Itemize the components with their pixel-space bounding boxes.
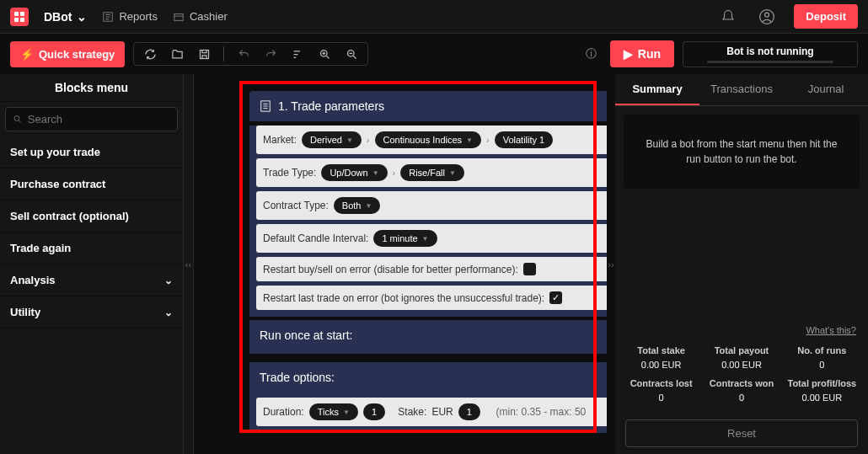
tab-journal[interactable]: Journal: [784, 74, 868, 105]
zoom-in-icon[interactable]: [317, 46, 332, 61]
stat-contracts-won: Contracts won0: [705, 378, 777, 403]
sidebar-item-utility[interactable]: Utility⌄: [0, 296, 183, 328]
trade-parameters-block[interactable]: 1. Trade parameters Market: Derived▼ › C…: [249, 91, 607, 433]
sidebar-item-purchase[interactable]: Purchase contract: [0, 168, 183, 200]
pill-market-2[interactable]: Continuous Indices▼: [375, 131, 481, 148]
pill-stake-val[interactable]: 1: [458, 403, 480, 420]
pill-contract[interactable]: Both▼: [334, 197, 381, 214]
play-icon: ▶: [624, 47, 633, 61]
stat-contracts-lost: Contracts lost0: [625, 378, 697, 403]
svg-rect-0: [14, 12, 19, 16]
sidebar: Blocks menu Set up your trade Purchase c…: [0, 74, 184, 454]
progress-bar: [707, 61, 833, 63]
stats-grid: Total stake0.00 EUR Total payout0.00 EUR…: [615, 335, 868, 413]
stat-profit-loss: Total profit/loss0.00 EUR: [786, 378, 858, 403]
pill-duration-unit[interactable]: Ticks▼: [309, 403, 358, 420]
tab-transactions[interactable]: Transactions: [699, 74, 784, 105]
summary-hint: Build a bot from the start menu then hit…: [624, 115, 860, 189]
row-trade-type: Trade Type: Up/Down▼ › Rise/Fall▼: [256, 158, 607, 187]
pill-tt-2[interactable]: Rise/Fall▼: [400, 164, 464, 181]
checkbox-restart-last[interactable]: ✓: [549, 291, 562, 304]
redo-icon[interactable]: [263, 46, 278, 61]
sort-icon[interactable]: [290, 46, 305, 61]
notifications-icon[interactable]: [716, 5, 740, 29]
chevron-down-icon: ⌄: [164, 307, 173, 318]
save-icon[interactable]: [196, 46, 212, 61]
app-selector[interactable]: DBot ⌄: [44, 10, 87, 24]
section-trade-options: Trade options:: [249, 362, 607, 393]
refresh-icon[interactable]: [142, 46, 158, 61]
nav-reports[interactable]: Reports: [102, 10, 158, 23]
reset-button[interactable]: Reset: [625, 419, 858, 447]
quick-strategy-button[interactable]: ⚡ Quick strategy: [10, 41, 125, 67]
svg-point-7: [765, 13, 769, 17]
account-icon[interactable]: [755, 5, 779, 29]
sidebar-item-setup[interactable]: Set up your trade: [0, 136, 183, 168]
tool-group: [133, 42, 368, 66]
run-button[interactable]: ▶ Run: [610, 40, 674, 67]
section-run-once: Run once at start:: [249, 320, 607, 350]
sidebar-item-analysis[interactable]: Analysis⌄: [0, 264, 183, 296]
chevron-down-icon: ⌄: [164, 275, 173, 286]
sidebar-title: Blocks menu: [0, 74, 183, 102]
svg-rect-2: [14, 18, 19, 22]
canvas[interactable]: 1. Trade parameters Market: Derived▼ › C…: [194, 74, 607, 454]
row-restart-last: Restart last trade on error (bot ignores…: [256, 286, 607, 310]
stat-runs: No. of runs0: [786, 345, 858, 370]
row-restart-buy: Restart buy/sell on error (disable for b…: [256, 257, 607, 281]
deposit-button[interactable]: Deposit: [794, 4, 858, 29]
cashier-icon: [173, 11, 185, 23]
row-duration: Duration: Ticks▼ 1 Stake: EUR 1 (min: 0.…: [256, 398, 607, 426]
tab-summary[interactable]: Summary: [615, 74, 699, 105]
svg-point-11: [14, 116, 19, 121]
nav-cashier[interactable]: Cashier: [173, 10, 228, 23]
svg-rect-1: [20, 12, 24, 16]
search-icon: [13, 114, 23, 125]
tabs: Summary Transactions Journal: [615, 74, 868, 106]
reports-icon: [102, 11, 114, 23]
sidebar-item-trade-again[interactable]: Trade again: [0, 232, 183, 264]
toolbar: ⚡ Quick strategy ⓘ ▶ Run Bot is not runn…: [0, 34, 868, 74]
checkbox-restart-buy[interactable]: [523, 263, 536, 275]
search-box[interactable]: [5, 107, 178, 131]
row-candle: Default Candle Interval: 1 minute▼: [256, 224, 607, 253]
app-name: DBot: [44, 10, 72, 24]
info-icon[interactable]: ⓘ: [581, 46, 602, 61]
lightning-icon: ⚡: [20, 48, 34, 61]
bot-status: Bot is not running: [683, 41, 858, 67]
search-input[interactable]: [28, 113, 170, 126]
pill-candle[interactable]: 1 minute▼: [373, 230, 437, 247]
app-logo: [10, 8, 29, 26]
top-bar: DBot ⌄ Reports Cashier Deposit: [0, 0, 868, 34]
svg-rect-3: [20, 18, 24, 22]
document-icon: [260, 100, 271, 112]
svg-rect-5: [174, 13, 184, 20]
stat-total-stake: Total stake0.00 EUR: [625, 345, 697, 370]
pill-tt-1[interactable]: Up/Down▼: [321, 164, 387, 181]
collapse-right[interactable]: ››: [607, 74, 615, 454]
undo-icon[interactable]: [236, 46, 251, 61]
sidebar-item-sell[interactable]: Sell contract (optional): [0, 200, 183, 232]
pill-market-1[interactable]: Derived▼: [302, 131, 362, 148]
row-market: Market: Derived▼ › Continuous Indices▼ ›…: [256, 126, 607, 154]
svg-rect-8: [200, 50, 208, 58]
zoom-out-icon[interactable]: [344, 46, 359, 61]
chevron-down-icon: ⌄: [77, 10, 87, 24]
whats-this-link[interactable]: What's this?: [615, 325, 868, 335]
row-contract: Contract Type: Both▼: [256, 191, 607, 220]
collapse-left[interactable]: ‹‹: [184, 74, 194, 454]
open-icon[interactable]: [169, 46, 185, 61]
block-header: 1. Trade parameters: [249, 91, 607, 121]
pill-market-3[interactable]: Volatility 1: [495, 131, 554, 148]
pill-duration-val[interactable]: 1: [363, 403, 385, 420]
stat-total-payout: Total payout0.00 EUR: [705, 345, 777, 370]
right-panel: Summary Transactions Journal Build a bot…: [615, 74, 868, 454]
